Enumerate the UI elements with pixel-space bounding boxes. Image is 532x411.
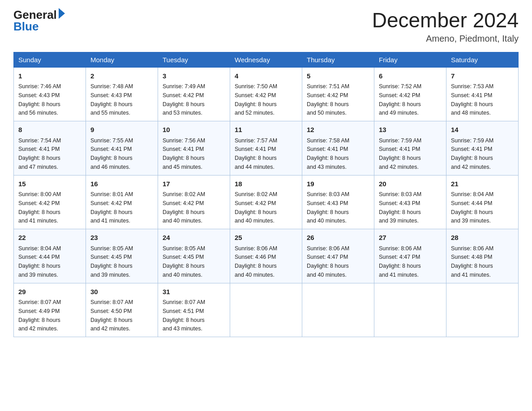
calendar-day-cell: 2 Sunrise: 7:48 AMSunset: 4:43 PMDayligh… (86, 67, 158, 121)
day-number: 16 (90, 179, 153, 189)
calendar-week-row: 15 Sunrise: 8:00 AMSunset: 4:42 PMDaylig… (14, 175, 519, 229)
day-number: 12 (307, 125, 369, 135)
calendar-week-row: 22 Sunrise: 8:04 AMSunset: 4:44 PMDaylig… (14, 229, 519, 283)
calendar-week-row: 1 Sunrise: 7:46 AMSunset: 4:43 PMDayligh… (14, 67, 519, 121)
calendar-day-cell: 4 Sunrise: 7:50 AMSunset: 4:42 PMDayligh… (230, 67, 302, 121)
logo: General Blue (13, 9, 65, 32)
day-info: Sunrise: 8:04 AMSunset: 4:44 PMDaylight:… (18, 245, 61, 278)
day-info: Sunrise: 8:00 AMSunset: 4:42 PMDaylight:… (18, 191, 61, 224)
day-number: 1 (18, 71, 81, 81)
day-info: Sunrise: 7:58 AMSunset: 4:41 PMDaylight:… (307, 137, 349, 170)
day-number: 26 (307, 233, 369, 243)
calendar-day-cell: 19 Sunrise: 8:03 AMSunset: 4:43 PMDaylig… (302, 175, 374, 229)
col-tuesday: Tuesday (158, 52, 230, 67)
day-info: Sunrise: 8:01 AMSunset: 4:42 PMDaylight:… (90, 191, 133, 224)
col-monday: Monday (86, 52, 158, 67)
calendar-day-cell: 10 Sunrise: 7:56 AMSunset: 4:41 PMDaylig… (158, 121, 230, 176)
day-number: 6 (379, 71, 442, 81)
day-info: Sunrise: 7:55 AMSunset: 4:41 PMDaylight:… (90, 137, 133, 170)
day-info: Sunrise: 8:03 AMSunset: 4:43 PMDaylight:… (307, 191, 349, 224)
calendar-day-cell: 21 Sunrise: 8:04 AMSunset: 4:44 PMDaylig… (446, 175, 519, 229)
calendar-header: Sunday Monday Tuesday Wednesday Thursday… (14, 52, 519, 67)
logo-general-text: General (13, 9, 57, 21)
day-info: Sunrise: 7:51 AMSunset: 4:42 PMDaylight:… (307, 83, 349, 116)
day-info: Sunrise: 7:50 AMSunset: 4:42 PMDaylight:… (235, 83, 277, 116)
day-number: 5 (307, 71, 369, 81)
day-info: Sunrise: 8:02 AMSunset: 4:42 PMDaylight:… (235, 191, 277, 224)
day-number: 19 (307, 179, 369, 189)
calendar-day-cell: 24 Sunrise: 8:05 AMSunset: 4:45 PMDaylig… (158, 229, 230, 283)
day-number: 22 (18, 233, 81, 243)
day-info: Sunrise: 7:54 AMSunset: 4:41 PMDaylight:… (18, 137, 61, 170)
day-number: 30 (90, 287, 153, 297)
day-info: Sunrise: 7:53 AMSunset: 4:41 PMDaylight:… (451, 83, 493, 116)
day-number: 17 (163, 179, 225, 189)
day-info: Sunrise: 7:56 AMSunset: 4:41 PMDaylight:… (163, 137, 205, 170)
calendar-day-cell: 15 Sunrise: 8:00 AMSunset: 4:42 PMDaylig… (14, 175, 86, 229)
location-subtitle: Ameno, Piedmont, Italy (372, 34, 519, 44)
day-number: 10 (163, 125, 225, 135)
calendar-day-cell (446, 283, 519, 337)
calendar-day-cell: 29 Sunrise: 8:07 AMSunset: 4:49 PMDaylig… (14, 283, 86, 337)
calendar-day-cell: 6 Sunrise: 7:52 AMSunset: 4:42 PMDayligh… (374, 67, 446, 121)
title-section: December 2024 Ameno, Piedmont, Italy (372, 9, 519, 44)
day-info: Sunrise: 8:07 AMSunset: 4:49 PMDaylight:… (18, 299, 61, 332)
day-number: 18 (235, 179, 297, 189)
calendar-day-cell: 18 Sunrise: 8:02 AMSunset: 4:42 PMDaylig… (230, 175, 302, 229)
col-sunday: Sunday (14, 52, 86, 67)
calendar-day-cell: 30 Sunrise: 8:07 AMSunset: 4:50 PMDaylig… (86, 283, 158, 337)
day-info: Sunrise: 8:04 AMSunset: 4:44 PMDaylight:… (451, 191, 493, 224)
day-number: 24 (163, 233, 225, 243)
day-number: 3 (163, 71, 225, 81)
calendar-day-cell: 9 Sunrise: 7:55 AMSunset: 4:41 PMDayligh… (86, 121, 158, 176)
calendar-day-cell: 5 Sunrise: 7:51 AMSunset: 4:42 PMDayligh… (302, 67, 374, 121)
calendar-day-cell: 8 Sunrise: 7:54 AMSunset: 4:41 PMDayligh… (14, 121, 86, 176)
calendar-day-cell: 13 Sunrise: 7:59 AMSunset: 4:41 PMDaylig… (374, 121, 446, 176)
calendar-day-cell: 23 Sunrise: 8:05 AMSunset: 4:45 PMDaylig… (86, 229, 158, 283)
col-thursday: Thursday (302, 52, 374, 67)
day-info: Sunrise: 8:06 AMSunset: 4:47 PMDaylight:… (379, 245, 421, 278)
day-number: 7 (451, 71, 514, 81)
page-header: General Blue December 2024 Ameno, Piedmo… (13, 9, 519, 44)
day-info: Sunrise: 7:49 AMSunset: 4:42 PMDaylight:… (163, 83, 205, 116)
day-info: Sunrise: 8:06 AMSunset: 4:47 PMDaylight:… (307, 245, 349, 278)
header-row: Sunday Monday Tuesday Wednesday Thursday… (14, 52, 519, 67)
day-info: Sunrise: 8:06 AMSunset: 4:48 PMDaylight:… (451, 245, 493, 278)
calendar-day-cell: 1 Sunrise: 7:46 AMSunset: 4:43 PMDayligh… (14, 67, 86, 121)
calendar-day-cell (230, 283, 302, 337)
calendar-day-cell: 17 Sunrise: 8:02 AMSunset: 4:42 PMDaylig… (158, 175, 230, 229)
month-year-title: December 2024 (372, 9, 519, 32)
day-number: 23 (90, 233, 153, 243)
calendar-day-cell (374, 283, 446, 337)
day-number: 20 (379, 179, 442, 189)
calendar-day-cell: 11 Sunrise: 7:57 AMSunset: 4:41 PMDaylig… (230, 121, 302, 176)
day-info: Sunrise: 8:06 AMSunset: 4:46 PMDaylight:… (235, 245, 277, 278)
calendar-day-cell: 12 Sunrise: 7:58 AMSunset: 4:41 PMDaylig… (302, 121, 374, 176)
day-number: 14 (451, 125, 514, 135)
day-info: Sunrise: 8:05 AMSunset: 4:45 PMDaylight:… (163, 245, 205, 278)
calendar-day-cell: 16 Sunrise: 8:01 AMSunset: 4:42 PMDaylig… (86, 175, 158, 229)
day-info: Sunrise: 8:05 AMSunset: 4:45 PMDaylight:… (90, 245, 133, 278)
logo-blue-text: Blue (13, 21, 39, 32)
day-number: 25 (235, 233, 297, 243)
day-info: Sunrise: 7:46 AMSunset: 4:43 PMDaylight:… (18, 83, 61, 116)
day-info: Sunrise: 8:02 AMSunset: 4:42 PMDaylight:… (163, 191, 205, 224)
day-info: Sunrise: 7:57 AMSunset: 4:41 PMDaylight:… (235, 137, 277, 170)
logo-arrow-icon (59, 8, 65, 19)
day-number: 21 (451, 179, 514, 189)
day-number: 2 (90, 71, 153, 81)
day-number: 28 (451, 233, 514, 243)
calendar-week-row: 29 Sunrise: 8:07 AMSunset: 4:49 PMDaylig… (14, 283, 519, 337)
calendar-table: Sunday Monday Tuesday Wednesday Thursday… (13, 52, 519, 338)
day-info: Sunrise: 7:52 AMSunset: 4:42 PMDaylight:… (379, 83, 421, 116)
calendar-day-cell: 3 Sunrise: 7:49 AMSunset: 4:42 PMDayligh… (158, 67, 230, 121)
day-number: 31 (163, 287, 225, 297)
calendar-week-row: 8 Sunrise: 7:54 AMSunset: 4:41 PMDayligh… (14, 121, 519, 176)
day-number: 9 (90, 125, 153, 135)
day-number: 11 (235, 125, 297, 135)
col-saturday: Saturday (446, 52, 519, 67)
calendar-day-cell: 7 Sunrise: 7:53 AMSunset: 4:41 PMDayligh… (446, 67, 519, 121)
day-info: Sunrise: 8:07 AMSunset: 4:50 PMDaylight:… (90, 299, 133, 332)
day-info: Sunrise: 8:03 AMSunset: 4:43 PMDaylight:… (379, 191, 421, 224)
day-number: 4 (235, 71, 297, 81)
